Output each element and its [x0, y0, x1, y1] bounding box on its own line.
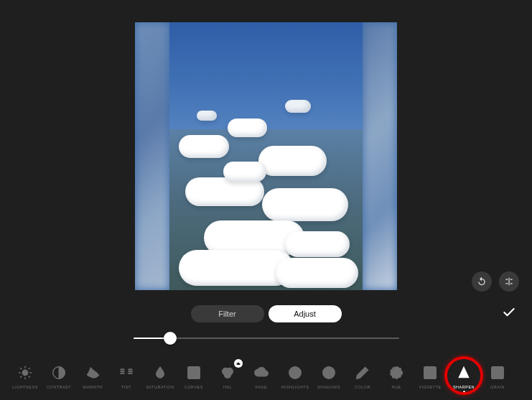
editor-stage: [0, 0, 532, 300]
tool-lightness[interactable]: LIGHTNESS: [13, 363, 37, 389]
svg-point-13: [224, 371, 230, 378]
premium-badge: [234, 359, 243, 368]
lightness-icon: [16, 363, 34, 382]
adjust-slider-row: [0, 329, 532, 348]
tool-fade[interactable]: FADE: [249, 363, 274, 389]
svg-point-32: [498, 376, 499, 377]
active-indicator-dot: [463, 391, 465, 393]
tool-grain[interactable]: GRAIN: [485, 363, 510, 389]
tool-label: SATURATION: [146, 385, 174, 389]
svg-point-33: [494, 376, 495, 377]
saturation-icon: [151, 363, 169, 382]
apply-button[interactable]: [502, 305, 516, 323]
svg-point-26: [426, 369, 433, 376]
contrast-icon: [50, 363, 68, 382]
grain-icon: [488, 363, 507, 382]
tool-label: FADE: [256, 385, 267, 389]
photo: [169, 22, 363, 290]
tool-warmth[interactable]: WARMTH: [80, 363, 105, 389]
curves-icon: [185, 363, 203, 382]
sharpen-icon: [454, 363, 473, 382]
hue-icon: [387, 363, 406, 382]
svg-line-8: [29, 368, 30, 369]
pillarbox-right: [363, 22, 397, 290]
tool-sharpen[interactable]: SHARPEN: [452, 363, 476, 393]
svg-point-30: [500, 372, 502, 373]
tool-contrast[interactable]: CONTRAST: [47, 363, 71, 389]
tool-shadows[interactable]: SHADOWS: [317, 363, 341, 389]
tool-label: CURVES: [185, 385, 203, 389]
tool-highlights[interactable]: HIGHLIGHTS: [283, 363, 307, 389]
tool-label: SHARPEN: [453, 385, 475, 389]
tool-saturation[interactable]: SATURATION: [148, 363, 172, 389]
tool-label: HSL: [223, 385, 232, 389]
tint-icon: [117, 363, 136, 382]
svg-line-6: [29, 376, 30, 378]
hsl-icon: [218, 363, 237, 382]
tool-tint[interactable]: TINT: [114, 363, 139, 389]
tool-hue[interactable]: HUE: [384, 363, 409, 389]
tool-label: HUE: [391, 385, 401, 389]
tool-label: SHADOWS: [317, 385, 340, 389]
tool-hsl[interactable]: HSL: [215, 363, 240, 389]
tool-label: TINT: [121, 385, 131, 389]
tool-color[interactable]: COLOR: [350, 363, 375, 389]
tool-label: HIGHLIGHTS: [281, 385, 309, 389]
color-icon: [353, 363, 372, 382]
highlights-icon: [286, 363, 304, 382]
svg-point-29: [498, 369, 500, 371]
tool-label: WARMTH: [83, 385, 103, 389]
tool-label: CONTRAST: [47, 385, 71, 389]
svg-point-24: [391, 367, 403, 379]
svg-point-0: [22, 370, 27, 375]
vignette-icon: [421, 363, 439, 382]
tool-label: VIGNETTE: [419, 385, 442, 389]
undo-button[interactable]: [472, 271, 492, 292]
tool-label: COLOR: [355, 385, 370, 389]
tool-curves[interactable]: CURVES: [182, 363, 206, 389]
tool-label: GRAIN: [490, 385, 505, 389]
svg-line-5: [20, 368, 22, 369]
fade-icon: [252, 363, 271, 382]
svg-point-28: [494, 369, 495, 371]
tab-adjust[interactable]: Adjust: [269, 305, 342, 322]
image-canvas[interactable]: [135, 22, 397, 290]
adjust-slider[interactable]: [134, 329, 399, 348]
shadows-icon: [319, 363, 338, 382]
slider-knob[interactable]: [164, 332, 177, 345]
canvas-side-actions: [472, 271, 519, 292]
adjust-tools-row: LIGHTNESSCONTRASTWARMTHTINTSATURATIONCUR…: [0, 363, 532, 393]
tool-label: LIGHTNESS: [12, 385, 38, 389]
pillarbox-left: [135, 22, 169, 290]
compare-button[interactable]: [499, 271, 519, 292]
tool-vignette[interactable]: VIGNETTE: [418, 363, 442, 389]
tab-filter[interactable]: Filter: [191, 305, 264, 322]
warmth-icon: [83, 363, 102, 382]
mode-segmented-control: Filter Adjust: [0, 305, 532, 322]
svg-point-31: [495, 373, 496, 375]
svg-line-7: [20, 376, 22, 378]
